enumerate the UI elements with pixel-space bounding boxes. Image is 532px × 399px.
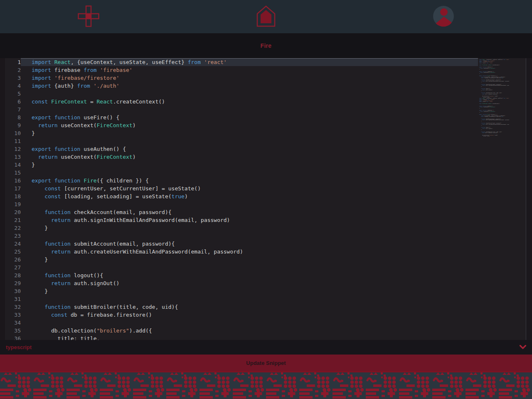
- line-number: 9: [5, 121, 21, 129]
- code-line[interactable]: 5: [5, 90, 478, 98]
- new-snippet-button[interactable]: [77, 5, 100, 28]
- line-number: 16: [5, 177, 21, 185]
- code-line[interactable]: 36 title: title,: [5, 335, 478, 340]
- line-number: 36: [5, 335, 21, 340]
- code-line[interactable]: 1import React, {useContext, useState, us…: [5, 58, 478, 66]
- editor-left-edge: [0, 58, 5, 340]
- line-number: 19: [5, 200, 21, 208]
- line-number: 30: [5, 287, 21, 295]
- code-line[interactable]: 6const FireContext = React.createContext…: [5, 98, 478, 106]
- code-line[interactable]: 12export function useAuthen() {: [5, 145, 478, 153]
- line-number: 8: [5, 113, 21, 121]
- language-select-button[interactable]: [520, 344, 526, 350]
- line-number: 6: [5, 98, 21, 106]
- footer: [0, 371, 532, 399]
- line-number: 22: [5, 224, 21, 232]
- code-line[interactable]: 24 function submitAccount(email, passwor…: [5, 240, 478, 248]
- editor-section: 1import React, {useContext, useState, us…: [0, 58, 532, 340]
- line-number: 15: [5, 169, 21, 177]
- line-number: 34: [5, 319, 21, 327]
- code-line[interactable]: 30 }: [5, 287, 478, 295]
- code-line[interactable]: 2import firebase from 'firebase': [5, 66, 478, 74]
- line-number: 3: [5, 74, 21, 82]
- update-snippet-button[interactable]: Update Snippet: [0, 355, 532, 371]
- footer-pattern: [0, 372, 532, 399]
- code-line[interactable]: 3import 'firebase/firestore': [5, 74, 478, 82]
- line-number: 4: [5, 82, 21, 90]
- line-number: 24: [5, 240, 21, 248]
- line-number: 32: [5, 303, 21, 311]
- code-line[interactable]: 11: [5, 137, 478, 145]
- code-line[interactable]: 35 db.collection("broilers").add({: [5, 327, 478, 335]
- code-line[interactable]: 22 }: [5, 224, 478, 232]
- line-number: 11: [5, 137, 21, 145]
- language-label: typescript: [6, 344, 32, 350]
- code-line[interactable]: 32 function submitBroiler(title, code, u…: [5, 303, 478, 311]
- code-line[interactable]: 20 function checkAccount(email, password…: [5, 208, 478, 216]
- line-number: 20: [5, 208, 21, 216]
- line-number: 7: [5, 106, 21, 113]
- code-line[interactable]: 28 function logout(){: [5, 271, 478, 279]
- code-line[interactable]: 14}: [5, 161, 478, 169]
- line-number: 35: [5, 327, 21, 335]
- code-editor[interactable]: 1import React, {useContext, useState, us…: [5, 58, 526, 340]
- code-line[interactable]: 31: [5, 295, 478, 303]
- line-number: 17: [5, 185, 21, 192]
- title-bar: Fire: [0, 33, 532, 58]
- code-line[interactable]: 13 return useContext(FireContext): [5, 153, 478, 161]
- code-line[interactable]: 16export function Fire({ children }) {: [5, 177, 478, 185]
- code-line[interactable]: 17 const [currentUser, setCurrentUser] =…: [5, 185, 478, 192]
- line-number: 23: [5, 232, 21, 240]
- minimap[interactable]: import React, {useContext, useState, use…: [479, 59, 509, 139]
- line-number: 21: [5, 216, 21, 224]
- code-line[interactable]: 8export function useFire() {: [5, 113, 478, 121]
- line-number: 29: [5, 279, 21, 287]
- editor-right-edge: [526, 58, 532, 340]
- line-number: 2: [5, 66, 21, 74]
- line-number: 28: [5, 271, 21, 279]
- line-number: 33: [5, 311, 21, 319]
- line-number: 13: [5, 153, 21, 161]
- code-line[interactable]: 29 return auth.signOut(): [5, 279, 478, 287]
- code-line[interactable]: 15: [5, 169, 478, 177]
- plus-icon: [78, 5, 99, 28]
- code-line[interactable]: 9 return useContext(FireContext): [5, 121, 478, 129]
- profile-icon: [433, 5, 454, 28]
- line-number: 25: [5, 248, 21, 256]
- line-number: 5: [5, 90, 21, 98]
- home-button[interactable]: [254, 5, 278, 28]
- top-nav: [0, 0, 532, 33]
- code-line[interactable]: 21 return auth.signInWithEmailAndPasswor…: [5, 216, 478, 224]
- line-number: 12: [5, 145, 21, 153]
- line-number: 14: [5, 161, 21, 169]
- language-bar: typescript: [0, 340, 532, 355]
- line-number: 31: [5, 295, 21, 303]
- line-number: 18: [5, 192, 21, 200]
- line-number: 10: [5, 129, 21, 137]
- page-title: Fire: [261, 42, 272, 49]
- code-lines: 1import React, {useContext, useState, us…: [5, 58, 478, 340]
- line-number: 27: [5, 264, 21, 271]
- line-number: 1: [5, 58, 21, 66]
- code-line[interactable]: 27: [5, 264, 478, 271]
- code-line[interactable]: 7: [5, 106, 478, 113]
- code-line[interactable]: 33 const db = firebase.firestore(): [5, 311, 478, 319]
- code-line[interactable]: 4import {auth} from './auth': [5, 82, 478, 90]
- code-line[interactable]: 23: [5, 232, 478, 240]
- line-number: 26: [5, 256, 21, 264]
- code-line[interactable]: 34: [5, 319, 478, 327]
- home-icon: [255, 5, 277, 29]
- code-line[interactable]: 19: [5, 200, 478, 208]
- code-line[interactable]: 18 const [loading, setLoading] = useStat…: [5, 192, 478, 200]
- code-line[interactable]: 10}: [5, 129, 478, 137]
- chevron-down-icon: [520, 344, 526, 350]
- code-line[interactable]: 25 return auth.createUserWithEmailAndPas…: [5, 248, 478, 256]
- profile-button[interactable]: [432, 5, 455, 28]
- code-line[interactable]: 26 }: [5, 256, 478, 264]
